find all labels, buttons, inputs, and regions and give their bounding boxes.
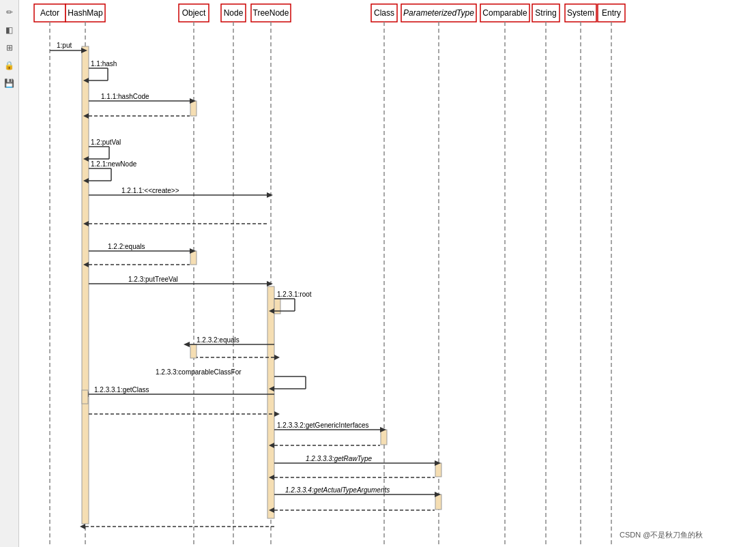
sidebar-icon-2[interactable]: ◧ — [3, 23, 16, 37]
svg-text:TreeNode: TreeNode — [253, 8, 289, 18]
sidebar-icon-1[interactable]: ✏ — [3, 5, 16, 19]
svg-text:1.2.3.3.3:getRawType: 1.2.3.3.3:getRawType — [306, 455, 373, 462]
svg-text:1.2.3.3.1:getClass: 1.2.3.3.1:getClass — [94, 386, 149, 394]
svg-rect-35 — [267, 286, 274, 518]
sidebar-icon-4[interactable]: 🔒 — [3, 59, 16, 72]
svg-text:1.1:hash: 1.1:hash — [91, 60, 117, 68]
svg-rect-38 — [190, 344, 197, 358]
svg-text:1.2.3.3.2:getGenericInterfaces: 1.2.3.3.2:getGenericInterfaces — [277, 422, 369, 429]
sidebar-icon-5[interactable]: 💾 — [3, 76, 16, 90]
svg-text:1.2.3.1:root: 1.2.3.1:root — [277, 291, 312, 298]
svg-rect-37 — [190, 251, 197, 265]
svg-text:String: String — [535, 8, 556, 18]
sequence-diagram: Actor HashMap Object Node TreeNode Class… — [19, 0, 756, 547]
svg-rect-0 — [19, 0, 756, 547]
svg-text:ParameterizedType: ParameterizedType — [403, 8, 474, 18]
svg-text:CSDN @不是秋刀鱼的秋: CSDN @不是秋刀鱼的秋 — [620, 531, 703, 539]
svg-rect-40 — [381, 430, 387, 445]
sidebar-icon-3[interactable]: ⊞ — [3, 41, 16, 55]
svg-text:1.2.1:newNode: 1.2.1:newNode — [91, 160, 137, 168]
svg-text:1:put: 1:put — [57, 42, 72, 49]
svg-rect-41 — [435, 463, 441, 477]
svg-text:1.2.3.2:equals: 1.2.3.2:equals — [197, 336, 239, 344]
svg-text:Class: Class — [374, 8, 394, 18]
svg-text:Object: Object — [182, 8, 206, 18]
svg-text:1.1.1:hashCode: 1.1.1:hashCode — [101, 93, 149, 100]
svg-text:Comparable: Comparable — [482, 8, 527, 18]
svg-text:1.2.3:putTreeVal: 1.2.3:putTreeVal — [128, 276, 178, 283]
main-area: Actor HashMap Object Node TreeNode Class… — [19, 0, 756, 547]
svg-text:Node: Node — [224, 8, 244, 18]
svg-rect-36 — [190, 101, 197, 116]
svg-rect-42 — [435, 494, 441, 509]
sidebar: ✏ ◧ ⊞ 🔒 💾 — [0, 0, 19, 547]
svg-text:1.2.2:equals: 1.2.2:equals — [108, 243, 145, 250]
svg-text:System: System — [567, 8, 594, 18]
svg-text:HashMap: HashMap — [68, 8, 103, 18]
svg-text:1.2:putVal: 1.2:putVal — [91, 138, 121, 146]
svg-rect-97 — [82, 390, 88, 404]
svg-text:1.2.3.3.4:getActualTypeArgumen: 1.2.3.3.4:getActualTypeArguments — [285, 486, 390, 494]
svg-text:Entry: Entry — [602, 8, 621, 18]
svg-text:1.2.1.1:<<create>>: 1.2.1.1:<<create>> — [121, 187, 179, 194]
svg-text:1.2.3.3:comparableClassFor: 1.2.3.3:comparableClassFor — [156, 368, 242, 376]
svg-text:Actor: Actor — [40, 8, 59, 18]
